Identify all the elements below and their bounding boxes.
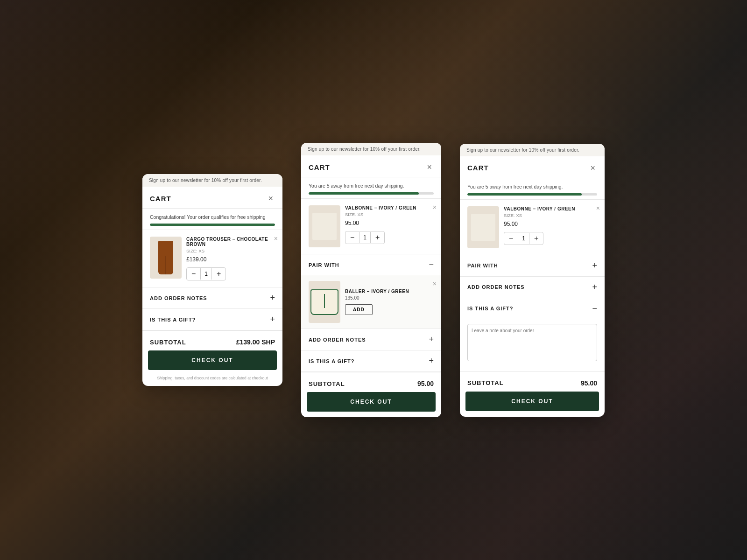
qty-increase-left[interactable]: + [212,268,226,280]
add-order-notes-label-mid: ADD ORDER NOTES [309,337,366,343]
item-price-mid: 95.00 [345,220,434,226]
qty-decrease-mid[interactable]: − [345,231,359,244]
shipping-section-mid: You are 5 away from free next day shippi… [301,177,441,199]
subtotal-amount-right: 95.00 [581,379,597,387]
qty-decrease-left[interactable]: − [187,268,200,280]
item-size-right: SIZE: XS [504,213,597,218]
subtotal-amount-left: £139.00 SHP [236,338,275,346]
cart-item-right: VALBONNE – IVORY / GREEN SIZE: XS 95.00 … [460,200,605,255]
progress-bar-bg-mid [309,192,434,195]
gift-note-textarea-right[interactable] [467,324,597,361]
item-details-right: VALBONNE – IVORY / GREEN SIZE: XS 95.00 … [504,206,597,245]
checkout-button-right[interactable]: CHECK OUT [465,392,599,411]
checkout-button-mid[interactable]: CHECK OUT [307,392,436,412]
add-order-notes-icon-mid: + [429,335,434,344]
shipping-text-left: Congratulations! Your order qualifies fo… [150,214,275,220]
pair-with-icon-right: + [592,261,597,271]
is-gift-left[interactable]: IS THIS A GIFT? + [142,309,282,330]
shipping-text-mid: You are 5 away from free next day shippi… [309,183,434,189]
panels-container: Sign up to our newsletter for 10% off yo… [0,0,747,560]
add-order-notes-icon-right: + [592,282,597,292]
cart-panel-right: Sign up to our newsletter for 10% off yo… [460,144,605,417]
is-gift-icon-left: + [270,315,275,324]
subtotal-row-right: SUBTOTAL 95.00 [460,371,605,392]
item-image-left [150,237,182,279]
qty-increase-mid[interactable]: + [371,231,384,244]
item-name-right: VALBONNE – IVORY / GREEN [504,206,597,211]
newsletter-banner-mid: Sign up to our newsletter for 10% off yo… [301,143,441,155]
is-gift-icon-mid: + [429,356,434,366]
pair-with-label-right: PAIR WITH [467,263,498,268]
close-button-mid[interactable]: × [425,162,434,172]
item-remove-mid[interactable]: × [433,203,437,211]
item-price-right: 95.00 [504,221,597,227]
subtotal-label-left: SUBTOTAL [150,339,186,346]
is-gift-label-left: IS THIS A GIFT? [150,317,196,322]
qty-increase-right[interactable]: + [529,232,543,245]
is-gift-label-mid: IS THIS A GIFT? [309,358,355,364]
cart-item-mid: VALBONNE – IVORY / GREEN SIZE: XS 95.00 … [301,199,441,254]
cart-title-right: CART [467,164,489,172]
progress-bar-bg-left [150,224,275,226]
pair-item-mid: BALLER – IVORY / GREEN 135.00 ADD × [301,275,441,329]
shipping-section-right: You are 5 away from free next day shippi… [460,178,605,200]
qty-decrease-right[interactable]: − [504,232,518,245]
pair-item-add-button-mid[interactable]: ADD [345,304,373,315]
cart-header-mid: CART × [301,155,441,177]
cart-item-left: CARGO TROUSER – CHOCOLATE BROWN SIZE: XS… [142,230,282,287]
subtotal-label-mid: SUBTOTAL [309,380,345,387]
add-order-notes-left[interactable]: ADD ORDER NOTES + [142,287,282,309]
cart-panel-left: Sign up to our newsletter for 10% off yo… [142,174,282,386]
newsletter-text-left: Sign up to our newsletter for 10% off yo… [149,178,262,183]
gift-note-content-right [460,319,605,371]
add-order-notes-right[interactable]: ADD ORDER NOTES + [460,277,605,298]
pair-with-label-mid: PAIR WITH [309,262,339,268]
item-details-mid: VALBONNE – IVORY / GREEN SIZE: XS 95.00 … [345,205,434,244]
shipping-section-left: Congratulations! Your order qualifies fo… [142,209,282,230]
is-gift-right[interactable]: IS THIS A GIFT? − [460,298,605,319]
close-button-right[interactable]: × [588,163,597,173]
qty-value-left: 1 [200,268,212,280]
qty-control-mid: − 1 + [345,231,385,244]
is-gift-label-right: IS THIS A GIFT? [467,306,514,311]
item-remove-right[interactable]: × [596,204,600,212]
item-details-left: CARGO TROUSER – CHOCOLATE BROWN SIZE: XS… [186,237,275,280]
qty-control-right: − 1 + [504,232,543,245]
pair-with-right[interactable]: PAIR WITH + [460,255,605,277]
newsletter-text-right: Sign up to our newsletter for 10% off yo… [466,147,579,153]
add-order-notes-icon-left: + [270,293,275,303]
trouser-icon [158,241,173,274]
is-gift-mid[interactable]: IS THIS A GIFT? + [301,350,441,372]
item-remove-left[interactable]: × [274,235,278,242]
pair-with-icon-mid: − [429,260,434,270]
checkout-button-left[interactable]: CHECK OUT [148,350,277,370]
subtotal-row-mid: SUBTOTAL 95.00 [301,372,441,392]
pair-item-image-mid [309,281,340,323]
shipping-text-right: You are 5 away from free next day shippi… [467,184,597,189]
pair-item-details-mid: BALLER – IVORY / GREEN 135.00 ADD [345,289,434,315]
tshirt-icon-right [471,214,495,241]
newsletter-banner-right: Sign up to our newsletter for 10% off yo… [460,144,605,156]
cart-title-left: CART [150,195,171,203]
qty-value-mid: 1 [359,232,371,243]
add-order-notes-label-right: ADD ORDER NOTES [467,284,525,290]
item-size-mid: SIZE: XS [345,212,434,217]
item-price-left: £139.00 [186,256,275,263]
newsletter-text-mid: Sign up to our newsletter for 10% off yo… [308,147,421,152]
cart-panel-mid: Sign up to our newsletter for 10% off yo… [301,143,441,417]
cart-header-left: CART × [142,187,282,209]
progress-bar-fill-mid [309,192,419,195]
subtotal-label-right: SUBTOTAL [467,379,504,386]
pair-item-name-mid: BALLER – IVORY / GREEN [345,289,434,294]
close-button-left[interactable]: × [266,193,275,203]
shipping-note-left: Shipping, taxes, and discount codes are … [142,376,282,386]
pair-item-price-mid: 135.00 [345,295,434,301]
qty-control-left: − 1 + [186,267,226,280]
pair-item-remove-mid[interactable]: × [433,280,437,287]
pair-with-mid[interactable]: PAIR WITH − [301,254,441,275]
item-name-mid: VALBONNE – IVORY / GREEN [345,205,434,210]
is-gift-icon-right: − [592,304,597,314]
newsletter-banner-left: Sign up to our newsletter for 10% off yo… [142,174,282,187]
add-order-notes-mid[interactable]: ADD ORDER NOTES + [301,329,441,350]
item-name-left: CARGO TROUSER – CHOCOLATE BROWN [186,237,275,247]
